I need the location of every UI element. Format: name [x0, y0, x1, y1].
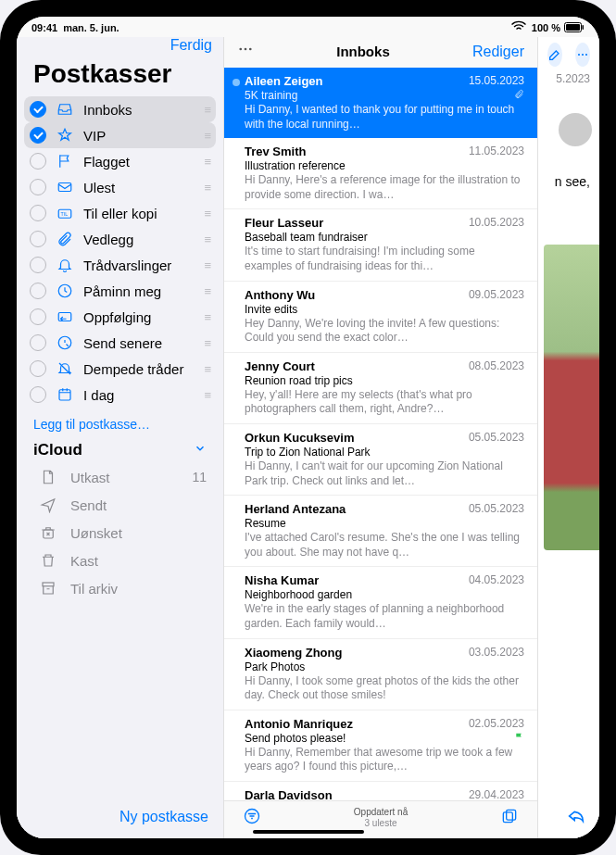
mailbox-row-clock[interactable]: Påminn meg≡ — [24, 278, 216, 304]
mailbox-row-inbox[interactable]: Innboks≡ — [24, 96, 216, 122]
message-row[interactable]: Orkun Kucuksevim05.05.2023Trip to Zion N… — [224, 424, 537, 496]
svg-rect-3 — [58, 183, 71, 192]
folder-label: Til arkiv — [70, 581, 118, 597]
mailbox-row-cc[interactable]: TILTil eller kopi≡ — [24, 200, 216, 226]
detail-image — [544, 245, 599, 550]
status-date: man. 5. jun. — [63, 22, 119, 33]
message-row[interactable]: Aileen Zeigen15.05.20235K trainingHi Dan… — [224, 68, 537, 138]
mailbox-row-reply[interactable]: Oppfølging≡ — [24, 304, 216, 330]
account-header[interactable]: iCloud — [17, 437, 223, 463]
message-row[interactable]: Anthony Wu09.05.2023Invite editsHey Dann… — [224, 282, 537, 353]
drag-handle-icon[interactable]: ≡ — [204, 181, 210, 195]
filter-icon[interactable] — [243, 807, 261, 829]
star-icon — [56, 127, 74, 144]
checkbox-icon[interactable] — [30, 231, 46, 247]
message-date: 04.05.2023 — [469, 573, 524, 587]
checkbox-icon[interactable] — [30, 334, 46, 351]
checkbox-icon[interactable] — [30, 283, 46, 299]
checkbox-icon[interactable] — [30, 153, 46, 170]
message-sender: Herland Antezana — [245, 502, 346, 516]
message-date: 05.05.2023 — [469, 502, 524, 516]
status-bar: 09:41 man. 5. jun. 100 % — [17, 17, 599, 37]
checkbox-icon[interactable] — [30, 360, 46, 377]
message-preview: I've attached Carol's resume. She's the … — [245, 531, 524, 560]
mailbox-row-later[interactable]: Send senere≡ — [24, 330, 216, 356]
checkbox-icon[interactable] — [30, 308, 46, 325]
mailbox-label: Innboks — [83, 102, 132, 118]
message-subject: Resume — [245, 517, 524, 530]
folder-row-archive[interactable]: Til arkiv — [24, 574, 216, 602]
message-row[interactable]: Xiaomeng Zhong03.05.2023Park PhotosHi Da… — [224, 639, 537, 710]
folder-row-draft[interactable]: Utkast11 — [24, 463, 216, 491]
svg-point-13 — [239, 48, 242, 51]
message-preview: Hi Danny, Here's a reference image for t… — [245, 173, 524, 202]
new-mailbox-button[interactable]: Ny postkasse — [119, 809, 208, 825]
message-row[interactable]: Herland Antezana05.05.2023ResumeI've att… — [224, 496, 537, 567]
copy-icon[interactable] — [500, 807, 519, 829]
cc-icon: TIL — [56, 205, 74, 221]
svg-point-19 — [578, 54, 580, 56]
message-row[interactable]: Darla Davidson29.04.2023The best vacatio… — [224, 782, 537, 800]
folder-row-sent[interactable]: Sendt — [24, 491, 216, 519]
svg-rect-1 — [566, 24, 580, 31]
message-row[interactable]: Nisha Kumar04.05.2023Neighborhood garden… — [224, 567, 537, 638]
mailbox-row-flag[interactable]: Flagget≡ — [24, 148, 216, 174]
mailbox-row-mute[interactable]: Dempede tråder≡ — [24, 356, 216, 382]
mailbox-row-clip[interactable]: Vedlegg≡ — [24, 226, 216, 252]
drag-handle-icon[interactable]: ≡ — [204, 233, 210, 246]
message-row[interactable]: Fleur Lasseur10.05.2023Baseball team fun… — [224, 209, 537, 281]
mailbox-row-mail[interactable]: Ulest≡ — [24, 174, 216, 200]
mailbox-row-today[interactable]: I dag≡ — [24, 382, 216, 408]
mailbox-label: Oppfølging — [83, 309, 151, 325]
home-indicator — [253, 830, 364, 834]
message-preview: It's time to start fundraising! I'm incl… — [245, 245, 524, 273]
more-menu-icon[interactable] — [237, 41, 254, 62]
message-date: 10.05.2023 — [469, 216, 524, 230]
drag-handle-icon[interactable]: ≡ — [204, 310, 210, 324]
mailbox-row-star[interactable]: VIP≡ — [24, 122, 216, 148]
checkbox-icon[interactable] — [30, 205, 46, 221]
mailbox-label: Trådvarslinger — [83, 258, 171, 273]
message-row[interactable]: Antonio Manriquez02.05.2023Send photos p… — [224, 710, 537, 782]
message-sender: Anthony Wu — [245, 288, 315, 302]
message-detail-pane: 5.2023 n see, — [538, 37, 599, 838]
more-button[interactable] — [575, 43, 590, 67]
folder-label: Uønsket — [70, 525, 122, 541]
attachment-icon — [514, 89, 524, 101]
svg-rect-7 — [58, 313, 71, 321]
checkbox-icon[interactable] — [30, 179, 46, 195]
message-row[interactable]: Trev Smith11.05.2023Illustration referen… — [224, 138, 537, 209]
folder-row-junk[interactable]: Uønsket — [24, 519, 216, 547]
drag-handle-icon[interactable]: ≡ — [204, 258, 210, 272]
drag-handle-icon[interactable]: ≡ — [204, 284, 210, 298]
done-button[interactable]: Ferdig — [170, 37, 212, 54]
reply-button[interactable] — [566, 812, 586, 828]
checkbox-icon[interactable] — [30, 101, 46, 118]
list-title: Innboks — [336, 44, 390, 59]
folder-label: Kast — [70, 553, 98, 569]
folder-count: 11 — [192, 470, 207, 484]
checkbox-icon[interactable] — [30, 257, 46, 273]
message-preview: Hi Danny, I wanted to thank you for putt… — [245, 103, 524, 132]
message-preview: We're in the early stages of planning a … — [245, 602, 524, 631]
message-row[interactable]: Jenny Court08.05.2023Reunion road trip p… — [224, 353, 537, 424]
checkbox-icon[interactable] — [30, 386, 46, 403]
drag-handle-icon[interactable]: ≡ — [204, 388, 210, 402]
message-subject: Send photos please! — [245, 732, 524, 745]
drag-handle-icon[interactable]: ≡ — [204, 155, 210, 169]
message-subject: Park Photos — [245, 660, 524, 673]
compose-button[interactable] — [547, 43, 562, 67]
message-subject: Reunion road trip pics — [245, 374, 524, 387]
drag-handle-icon[interactable]: ≡ — [204, 362, 210, 376]
drag-handle-icon[interactable]: ≡ — [204, 207, 210, 220]
mailbox-row-bell[interactable]: Trådvarslinger≡ — [24, 252, 216, 278]
edit-button[interactable]: Rediger — [472, 44, 524, 60]
folder-row-trash[interactable]: Kast — [24, 547, 216, 574]
unread-dot-icon — [233, 79, 240, 86]
add-mailbox-link[interactable]: Legg til postkasse… — [17, 408, 223, 437]
drag-handle-icon[interactable]: ≡ — [204, 103, 210, 117]
drag-handle-icon[interactable]: ≡ — [204, 336, 210, 350]
checkbox-icon[interactable] — [30, 127, 46, 144]
drag-handle-icon[interactable]: ≡ — [204, 129, 210, 143]
inbox-icon — [56, 101, 74, 118]
